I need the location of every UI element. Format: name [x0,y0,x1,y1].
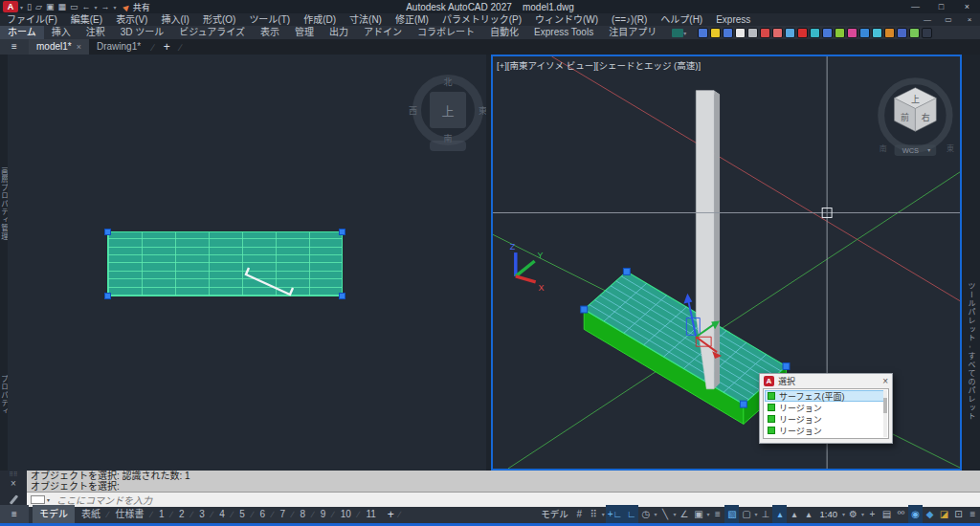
close-button[interactable]: × [954,0,980,13]
hardware-acceleration-icon[interactable]: ◆ [923,505,937,523]
ribbon-tab-3dtools[interactable]: 3D ツール [113,26,172,39]
minimize-button[interactable]: — [902,0,928,13]
ribbon-tab-express-tools[interactable]: Express Tools [526,26,601,39]
layout-tab[interactable]: 3 [192,505,212,523]
toolbar-icon[interactable] [835,28,845,38]
object-snap-tracking-icon[interactable]: ∠ [677,505,691,523]
layout-tab[interactable]: 9 [314,505,333,523]
ortho-mode-icon[interactable]: ∟ [624,505,638,523]
list-item[interactable]: サーフェス(平面) [765,390,887,402]
isolate-objects-icon[interactable]: ◪ [937,505,951,523]
viewcube-3d[interactable]: 上 前 右 南 東 WCS ▾ [880,81,954,156]
viewcube-south-label[interactable]: 南 [880,143,887,153]
toolbar-icon[interactable] [859,28,870,38]
save-icon[interactable]: ▣ [46,0,55,13]
annotation-autoscale-icon[interactable]: ▴ [801,505,815,523]
menu-view[interactable]: 表示(V) [109,13,154,26]
toolbar-icon[interactable] [909,28,920,38]
toolbar-icon[interactable] [922,28,932,38]
ribbon-tab-view[interactable]: 表示 [253,26,287,39]
3d-object-snap-icon[interactable]: ⊥ [758,505,772,523]
transparency-icon[interactable]: ▧ [724,505,739,523]
clean-screen-icon[interactable]: ⊡ [951,505,966,523]
app-logo-icon[interactable]: A [3,1,18,12]
ribbon-tab-home[interactable]: ホーム [0,26,44,39]
break-line-symbol[interactable] [246,268,293,295]
layout-tab[interactable]: 1 [152,505,171,523]
list-item[interactable]: リージョン [765,425,887,436]
layout-tab[interactable]: 仕様書 [109,505,151,523]
workspace-switching-icon[interactable]: ⚙ [846,505,860,523]
left-viewport[interactable]: 北 南 西 東 上 [8,55,486,471]
open-folder-icon[interactable]: ▱ [35,0,42,13]
layout-tab[interactable]: 10 [334,505,358,523]
toolbar-icon[interactable] [884,28,895,38]
command-close-icon[interactable]: × [11,478,16,490]
isometric-drafting-icon[interactable]: ╲ [657,505,672,523]
undo-icon[interactable]: ← [81,0,90,13]
scrollbar[interactable] [883,390,887,437]
menu-help[interactable]: ヘルプ(H) [654,13,709,26]
list-item[interactable]: リージョン [765,402,887,413]
share-button[interactable]: ▶ 共有 [123,1,149,13]
toolbar-icon[interactable] [710,28,721,38]
menu-format[interactable]: 形式(O) [196,13,242,26]
ribbon-tab-manage[interactable]: 管理 [287,26,322,39]
toolbar-icon[interactable] [772,28,783,38]
layout-menu-icon[interactable]: ≡ [0,505,29,523]
menu-dimension[interactable]: 寸法(N) [343,13,389,26]
graphics-performance-icon[interactable]: ◉ [908,505,923,523]
viewcube-east-label[interactable]: 東 [947,143,954,153]
toolbar-icon[interactable] [747,28,758,38]
drag-handle-icon[interactable]: ⠿⠿ [10,471,18,478]
new-drawing-tab-button[interactable]: + [158,40,176,54]
scrollbar-thumb[interactable] [883,398,887,413]
toolbar-icon[interactable] [723,28,733,38]
ucs-icon[interactable]: Z Y X [510,242,545,293]
ribbon-state-caret-icon[interactable]: ▾ [683,30,686,36]
menu-custom[interactable]: (==♪)(R) [605,13,654,26]
toolbar-icon[interactable] [735,28,746,38]
toolbar-icon[interactable] [847,28,858,38]
ribbon-tab-featured-apps[interactable]: 注目アプリ [601,26,664,39]
doc-minimize-button[interactable]: — [917,13,938,26]
selection-dialog-titlebar[interactable]: A 選択 × [760,374,892,388]
list-item[interactable]: リージョン [765,413,887,425]
annotation-visibility-icon[interactable]: ▴ [787,505,801,523]
polar-tracking-icon[interactable]: ◷ [638,505,653,523]
ribbon-tab-collaborate[interactable]: コラボレート [410,26,482,39]
grid-display-icon[interactable]: # [572,505,587,523]
save-as-icon[interactable]: ▦ [57,0,66,13]
ribbon-tab-insert[interactable]: 挿入 [44,26,78,39]
dynamic-input-icon[interactable]: +∟ [606,505,625,523]
doc-tab-close-icon[interactable]: × [77,39,81,55]
undo-caret-icon[interactable]: ▾ [94,4,97,11]
tool-palettes-panel-tab[interactable]: ツールパレット - すべてのパレット [966,282,976,421]
lineweight-icon[interactable]: ≡ [710,505,724,523]
dynamic-ucs-icon[interactable]: ▴ [772,505,787,523]
toolbar-icon[interactable] [698,28,708,38]
redo-icon[interactable]: → [100,0,109,13]
menu-draw[interactable]: 作成(D) [297,13,343,26]
layout-tab[interactable]: 8 [294,505,313,523]
layout-tab[interactable]: 5 [233,505,252,523]
quick-properties-icon[interactable]: ºº [894,505,908,523]
menu-edit[interactable]: 編集(E) [64,13,109,26]
toolbar-icon[interactable] [822,28,833,38]
toolbar-icon[interactable] [872,28,882,38]
layout-tab[interactable]: 2 [172,505,191,523]
layout-tab[interactable]: 11 [359,505,382,523]
right-viewport[interactable]: Z Y X 上 前 右 南 東 WCS ▾ [491,55,962,471]
ribbon-tab-visualize[interactable]: ビジュアライズ [171,26,253,39]
doc-tabs-menu-icon[interactable]: ≡ [0,39,29,55]
layout-tab[interactable]: 4 [212,505,232,523]
menu-file[interactable]: ファイル(F) [0,13,64,26]
recent-commands-icon[interactable] [31,495,45,504]
ribbon-tab-annotate[interactable]: 注釈 [78,26,113,39]
layout-tab[interactable]: 表紙 [75,505,107,523]
ribbon-tab-output[interactable]: 出力 [322,26,356,39]
menu-window[interactable]: ウィンドウ(W) [528,13,605,26]
doc-close-button[interactable]: × [959,13,980,26]
annotation-monitor-icon[interactable]: ▤ [880,505,894,523]
app-menu-caret-icon[interactable]: ▾ [20,4,23,11]
